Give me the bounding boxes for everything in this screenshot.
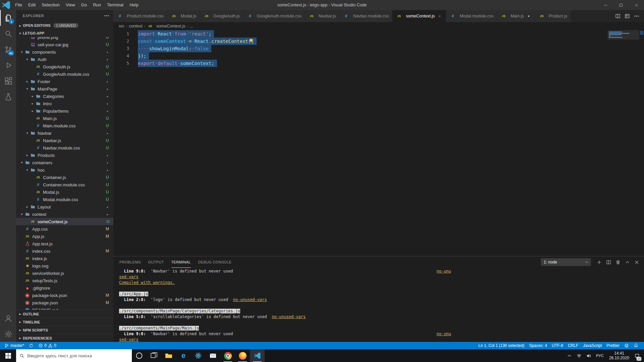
- new-terminal-button[interactable]: [595, 258, 603, 266]
- taskbar-file-explorer[interactable]: [161, 349, 176, 362]
- menu-go[interactable]: Go: [78, 0, 90, 10]
- close-panel-button[interactable]: [633, 258, 641, 266]
- breadcrumb-item-context[interactable]: context: [129, 24, 142, 28]
- tree-item-Navbar.module.css[interactable]: #Navbar.module.cssU: [16, 144, 113, 152]
- tab-Main.js[interactable]: JSMain.js●: [497, 10, 535, 22]
- tree-item-serviceWorker.js[interactable]: JSserviceWorker.js: [16, 269, 113, 277]
- tree-item-context[interactable]: ▾context●: [16, 210, 113, 218]
- tree-item-containers[interactable]: ▾containers●: [16, 159, 113, 166]
- tree-item-Navbar.js[interactable]: JSNavbar.jsU: [16, 137, 113, 144]
- tab-Navbar.module.css[interactable]: #Navbar.module.css: [340, 10, 393, 22]
- tree-item-Navbar[interactable]: ▾Navbar●: [16, 129, 113, 137]
- taskbar-search[interactable]: Введите здесь текст для поиска: [16, 349, 132, 362]
- terminal-output[interactable]: Line 9:8: 'Navbar' is defined but never …: [113, 268, 644, 342]
- breadcrumb-item-[interactable]: ...: [190, 24, 193, 28]
- panel-tab-problems[interactable]: PROBLEMS: [119, 256, 141, 268]
- menu-run[interactable]: Run: [90, 0, 104, 10]
- overview-ruler[interactable]: [639, 30, 644, 256]
- problems-indicator[interactable]: 00: [36, 342, 58, 349]
- tree-item-Footer[interactable]: ▸Footer●: [16, 78, 113, 85]
- lightbulb-icon[interactable]: [249, 38, 254, 43]
- section-npm-scripts[interactable]: ▸NPM SCRIPTS: [16, 326, 113, 334]
- taskbar-firefox[interactable]: [235, 349, 250, 362]
- activity-account[interactable]: [0, 310, 16, 326]
- minimize-button[interactable]: [598, 0, 613, 10]
- sync-button[interactable]: [26, 342, 36, 349]
- close-button[interactable]: [629, 0, 644, 10]
- tree-item-Container.js[interactable]: JSContainer.jsU: [16, 174, 113, 181]
- maximize-panel-button[interactable]: [623, 258, 631, 266]
- lint-rule-link[interactable]: no-unu: [436, 269, 451, 274]
- activity-run-debug[interactable]: [0, 57, 16, 73]
- section-timeline[interactable]: ▸TIMELINE: [16, 318, 113, 326]
- tree-item-Main.js[interactable]: JSMain.jsU: [16, 115, 113, 122]
- breadcrumb-item-src[interactable]: src: [119, 24, 124, 28]
- action-center-button[interactable]: 14: [632, 349, 642, 362]
- tree-item-phone.png[interactable]: phone.pngU: [16, 37, 113, 41]
- hidden-icons-button[interactable]: [565, 349, 574, 362]
- tree-item-App.css[interactable]: #App.cssM: [16, 225, 113, 233]
- section-outline[interactable]: ▸OUTLINE: [16, 310, 113, 318]
- tree-item-App.test.js[interactable]: App.test.js: [16, 240, 113, 247]
- tree-item-sell-your-car.jpg[interactable]: sell-your-car.jpgU: [16, 41, 113, 48]
- status-prettier[interactable]: Prettier: [604, 342, 622, 349]
- taskbar-task-view[interactable]: [147, 349, 161, 362]
- tab-Product.js[interactable]: JSProduct.js: [535, 10, 571, 22]
- breadcrumb-item-someContextjs[interactable]: JSsomeContext.js: [147, 23, 185, 29]
- tree-item-components[interactable]: ▾components●: [16, 48, 113, 56]
- tree-item-Categories[interactable]: ▸Categories●: [16, 93, 113, 100]
- tree-item-package.json[interactable]: npackage.jsonM: [16, 299, 113, 306]
- clock[interactable]: 14:41 26.10.2020: [606, 349, 632, 362]
- menu-help[interactable]: Help: [126, 0, 142, 10]
- taskbar-atom[interactable]: [191, 349, 206, 362]
- activity-extensions[interactable]: [0, 73, 16, 89]
- taskbar-cortana[interactable]: [132, 349, 147, 362]
- tree-item-GoogleAuth.js[interactable]: JSGoogleAuth.jsU: [16, 63, 113, 70]
- lint-rule-link[interactable]: no-unused-vars: [272, 314, 306, 319]
- tab-Navbar.js[interactable]: JSNavbar.js: [305, 10, 340, 22]
- more-editor-actions-button[interactable]: [632, 12, 641, 20]
- activity-explorer[interactable]: 1: [0, 10, 16, 26]
- section-dependencies[interactable]: ▸DEPENDENCIES: [16, 334, 113, 342]
- tree-item-setupTests.js[interactable]: JSsetupTests.js: [16, 277, 113, 284]
- tab-someContext.js[interactable]: JSsomeContext.js: [392, 10, 446, 22]
- status-bell-button[interactable]: [631, 342, 641, 349]
- tree-item-Layout[interactable]: ▸Layout●: [16, 203, 113, 210]
- status-crlf[interactable]: CRLF: [566, 342, 581, 349]
- tree-item-.gitignore[interactable]: ◆.gitignore: [16, 284, 113, 292]
- lint-rule-link[interactable]: sed-vars: [119, 337, 139, 342]
- status-spaces[interactable]: Spaces: 4: [527, 342, 549, 349]
- tree-item-Auth[interactable]: ▾Auth●: [16, 56, 113, 63]
- menu-file[interactable]: File: [12, 0, 25, 10]
- maximize-button[interactable]: [613, 0, 629, 10]
- tree-item-PopularItems[interactable]: ▸PopularItems●: [16, 107, 113, 115]
- tree-item-MainPage[interactable]: ▾MainPage●: [16, 85, 113, 93]
- tab-Modal.module.css[interactable]: #Modal.module.css: [446, 10, 497, 22]
- tree-item-logo.svg[interactable]: ✱logo.svg: [16, 262, 113, 269]
- tab-GoogleAuth.module.css[interactable]: #GoogleAuth.module.css: [244, 10, 305, 22]
- tree-item-package-lock.json[interactable]: npackage-lock.jsonM: [16, 292, 113, 299]
- volume-button[interactable]: [584, 349, 594, 362]
- menu-view[interactable]: View: [63, 0, 78, 10]
- panel-tab-output[interactable]: OUTPUT: [148, 256, 164, 268]
- status-feedback-button[interactable]: [622, 342, 631, 349]
- lint-rule-link[interactable]: sed-vars: [119, 275, 139, 279]
- tree-item-App.js[interactable]: JSApp.jsM: [16, 233, 113, 240]
- tree-item-Main.module.css[interactable]: #Main.module.cssU: [16, 122, 113, 129]
- activity-settings[interactable]: [0, 326, 16, 342]
- lint-rule-link[interactable]: no-unu: [436, 331, 451, 336]
- activity-source-control[interactable]: 41: [0, 42, 16, 57]
- taskbar-chrome[interactable]: [220, 349, 235, 362]
- tree-item-README.md[interactable]: iREADME.md: [16, 306, 113, 310]
- status-javascript[interactable]: JavaScript: [581, 342, 604, 349]
- tab-close-button[interactable]: [437, 13, 442, 19]
- language-indicator[interactable]: РУС: [594, 349, 606, 362]
- editor-layout-button[interactable]: [623, 12, 632, 20]
- tree-item-Products[interactable]: ▸Products●: [16, 152, 113, 159]
- lint-rule-link[interactable]: no-unused-vars: [233, 297, 267, 302]
- minimap[interactable]: [607, 30, 639, 60]
- tree-item-index.css[interactable]: #index.cssM: [16, 247, 113, 255]
- split-editor-button[interactable]: [613, 12, 623, 20]
- network-button[interactable]: [574, 349, 584, 362]
- more-actions-icon[interactable]: [104, 13, 109, 18]
